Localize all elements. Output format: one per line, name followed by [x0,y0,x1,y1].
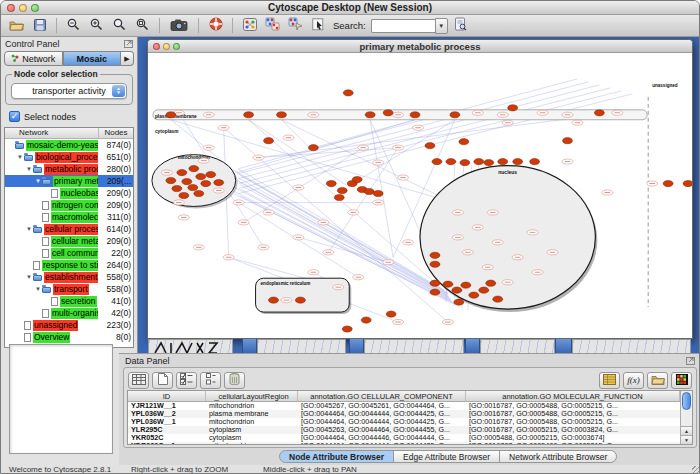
minimize-window-button[interactable] [19,4,27,12]
undock-icon[interactable] [124,40,133,48]
zoom-out-button[interactable] [63,16,84,35]
tree-node-count: 42(0) [98,308,131,318]
scroll-up-button[interactable]: ▲ [681,426,692,435]
close-network-button[interactable] [153,43,160,50]
tree-row[interactable]: ▼establishment of lo558(0) [5,271,133,283]
table-row[interactable]: YJR121W__1mitochondrion[GO:0045267, GO:0… [128,402,680,410]
tab-node-attribute-browser[interactable]: Node Attribute Browser [279,450,394,463]
background-window-fragment[interactable] [572,339,691,353]
table-cell: [GO:0016787, GO:0005488, GO:0005215, G..… [466,402,680,410]
column-header[interactable]: annotation.GO MOLECULAR_FUNCTION [466,391,680,401]
table-row[interactable]: YPL036W__2plasma membrane[GO:0044464, GO… [128,410,680,418]
attribute-matrix-button[interactable] [599,372,620,389]
snapshot-button[interactable] [166,16,192,35]
background-window-titlebar-fragment[interactable] [349,339,364,353]
background-window-titlebar-fragment[interactable] [555,339,572,353]
import-attributes-button[interactable] [647,372,668,389]
disclosure-triangle-icon[interactable]: ▼ [25,274,33,280]
tree-column-nodes[interactable]: Nodes [99,128,133,138]
tree-column-network[interactable]: Network [5,128,99,138]
network-graph[interactable]: plasma membranecytoplasmmitochondrionnuc… [148,53,692,338]
delete-attribute-button[interactable] [224,372,245,389]
disclosure-triangle-icon[interactable]: ▼ [34,286,42,292]
disclosure-triangle-icon[interactable]: ▼ [25,166,33,172]
table-row[interactable]: YPL036W__1mitochondrion[GO:0044464, GO:0… [128,418,680,426]
network-canvas[interactable]: plasma membranecytoplasmmitochondrionnuc… [148,53,692,338]
search-combo: ▼ [371,18,448,34]
background-window-fragment[interactable] [148,339,233,353]
tree-row[interactable]: nucleobase-209(0) [5,187,133,199]
tree-row[interactable]: ▼metabolic process280(0) [5,163,133,175]
tree-row[interactable]: unassigned223(0) [5,319,133,331]
node-color-select[interactable]: transporter activity ▲▼ [11,83,127,99]
tree-row[interactable]: ▼transport558(0) [5,283,133,295]
tab-network-attribute-browser[interactable]: Network Attribute Browser [499,450,617,463]
tree-row[interactable]: secretion41(0) [5,295,133,307]
tree-row[interactable]: cellular metabol209(0) [5,235,133,247]
table-row[interactable]: YDR039C__1mitochondrion[GO:0044464, GO:0… [128,442,680,444]
background-window-titlebar-fragment[interactable] [242,339,257,353]
attribute-table-header[interactable]: ID_cellularLayoutRegionannotation.GO CEL… [128,391,680,402]
paste-network-style-button[interactable] [285,16,306,35]
select-attributes-button[interactable] [176,372,197,389]
attribute-table-button[interactable] [128,372,149,389]
scrollbar-thumb[interactable] [682,392,691,410]
zoom-selected-button[interactable] [132,16,153,35]
open-session-button[interactable] [6,16,27,35]
tree-row[interactable]: ▼biological_process651(0) [5,151,133,163]
tab-network[interactable]: Network [4,51,63,66]
disclosure-triangle-icon[interactable]: ▼ [16,154,24,160]
tree-row[interactable]: multi-organism pro42(0) [5,307,133,319]
disclosure-triangle-icon[interactable]: ▼ [34,178,42,184]
tree-row[interactable]: ▼cellular process614(0) [5,223,133,235]
tree-header[interactable]: Network Nodes [5,128,133,139]
background-window-titlebar-fragment[interactable] [465,339,480,353]
scroll-down-button[interactable]: ▼ [681,435,692,444]
undock-icon[interactable] [686,357,695,365]
help-button[interactable] [205,16,226,35]
tree-row[interactable]: mosaic-demo-yeast874(0) [5,139,133,151]
column-header[interactable]: _cellularLayoutRegion [206,391,298,401]
table-row[interactable]: YLR295Ccytoplasm[GO:0045263, GO:0044464,… [128,426,680,434]
new-attribute-button[interactable] [152,372,173,389]
tree-row[interactable]: nitrogen compo209(0) [5,199,133,211]
select-mode-button[interactable] [308,16,329,35]
background-window-fragment[interactable] [480,339,555,353]
close-window-button[interactable] [7,4,15,12]
save-session-button[interactable] [29,16,50,35]
tree-row[interactable]: Overview8(0) [5,331,133,343]
advanced-search-button[interactable] [450,16,471,35]
column-header[interactable]: annotation.GO CELLULAR_COMPONENT [298,391,466,401]
disclosure-triangle-icon[interactable]: ▼ [25,226,33,232]
background-window-fragment[interactable] [364,339,464,353]
unselect-attributes-button[interactable] [200,372,221,389]
column-header[interactable]: ID [128,391,206,401]
search-input[interactable] [371,19,435,33]
tree-row[interactable]: response to stimulu264(0) [5,259,133,271]
tab-edge-attribute-browser[interactable]: Edge Attribute Browser [393,450,500,463]
tree-row[interactable]: ▼primary metabo209(... [5,175,133,187]
select-nodes-checkbox[interactable]: ✓ [9,111,20,122]
tab-mosaic[interactable]: Mosaic [63,51,122,66]
tree-row[interactable]: macromolecule311(0) [5,211,133,223]
minimize-network-button[interactable] [163,43,170,50]
zoom-window-button[interactable] [31,4,39,12]
table-row[interactable]: YKR052Ccytoplasm[GO:0044464, GO:0044446,… [128,434,680,442]
network-window-titlebar[interactable]: primary metabolic process [148,40,692,53]
network-overview-button[interactable] [239,16,260,35]
select-stepper-icon: ▲▼ [112,85,125,97]
search-dropdown-arrow[interactable]: ▼ [435,18,448,34]
zoom-network-button[interactable] [173,43,180,50]
zoom-fit-button[interactable] [109,16,130,35]
resize-grip[interactable] [692,466,700,474]
copy-network-style-button[interactable] [262,16,283,35]
table-cell: [GO:0016787, GO:0005488, GO:0005215, G..… [466,418,680,426]
tab-scroll-right-arrow[interactable]: ▶ [121,51,134,66]
tree-row[interactable]: cell communicat22(0) [5,247,133,259]
birdseye-view-panel[interactable] [9,344,113,454]
zoom-in-button[interactable] [86,16,107,35]
table-scrollbar[interactable]: ▲ ▼ [680,391,692,444]
background-window-fragment[interactable] [257,339,346,353]
heatmap-button[interactable] [671,372,692,389]
function-builder-button[interactable]: f(x) [623,372,644,389]
